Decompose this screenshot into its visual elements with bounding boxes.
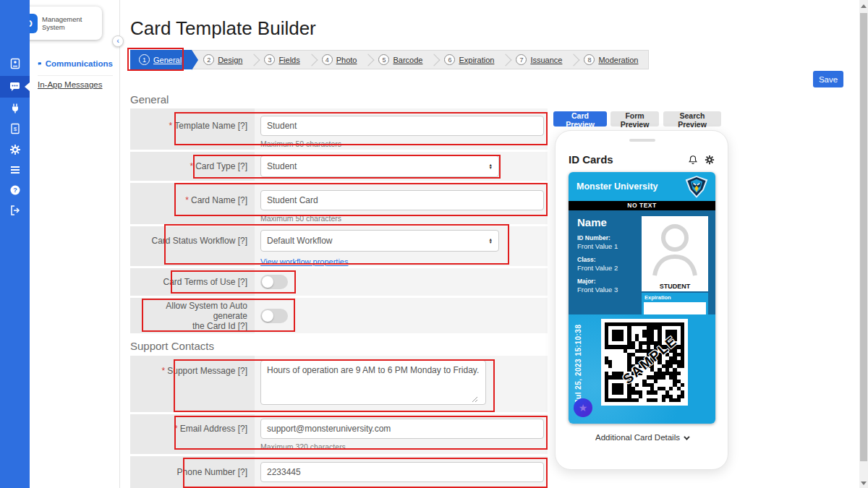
- template-name-label: Template Name [?]: [174, 121, 247, 150]
- star-badge-icon: ★: [574, 398, 592, 417]
- speech-bubble-icon: [38, 60, 42, 68]
- step-photo[interactable]: 4Photo: [310, 50, 367, 69]
- university-name: Monster University: [576, 181, 684, 192]
- phone-preview-frame: ID Cards Monster University: [555, 130, 728, 470]
- svg-text:$: $: [13, 126, 17, 132]
- form-row-support-message: *Support Message [?] Hours of operation …: [130, 356, 548, 412]
- step-general[interactable]: 1General: [130, 50, 192, 69]
- phone-number-input[interactable]: [260, 462, 544, 482]
- support-message-label: Support Message [?]: [167, 366, 247, 412]
- card-banner-text: NO TEXT: [569, 201, 715, 210]
- form-row-template-name: *Template Name [?] Maximum 50 characters: [130, 108, 548, 150]
- settings-gear-icon[interactable]: [705, 155, 715, 165]
- page-title: Card Template Builder: [130, 17, 316, 40]
- vertical-scrollbar: [859, 0, 868, 488]
- card-name-input[interactable]: [260, 190, 544, 210]
- icon-rail: $ ?: [0, 0, 30, 488]
- secondary-sidebar: iD Management System Communications In-A…: [30, 0, 120, 488]
- expiration-box: Expiration: [642, 293, 708, 317]
- view-workflow-properties-link[interactable]: View workflow properties: [260, 257, 348, 266]
- phone-handle: [629, 139, 655, 142]
- email-address-label: Email Address [?]: [180, 424, 247, 454]
- tab-search-preview[interactable]: Search Preview: [663, 111, 721, 127]
- email-address-input[interactable]: [260, 419, 544, 439]
- gear-icon[interactable]: [0, 139, 30, 160]
- form-row-card-name: *Card Name [?] Maximum 50 characters: [130, 183, 548, 224]
- logo-text-line2: System: [42, 23, 82, 31]
- id-badge-icon[interactable]: [0, 53, 30, 74]
- textarea-resize-handle[interactable]: [472, 396, 478, 403]
- main-content: Card Template Builder 1General 2Design 3…: [120, 0, 859, 488]
- plug-icon[interactable]: [0, 98, 30, 119]
- bell-icon[interactable]: [688, 155, 698, 165]
- sidebar-collapse-button[interactable]: ‹: [112, 35, 124, 47]
- form-row-email-address: *Email Address [?] Maximum 320 character…: [130, 414, 548, 454]
- form-row-phone-number: Phone Number [?]: [130, 456, 548, 488]
- scroll-up-arrow[interactable]: [861, 4, 867, 8]
- avatar-placeholder-icon: [649, 216, 701, 277]
- chat-icon[interactable]: [0, 76, 30, 98]
- sidebar-item-in-app-messages[interactable]: In-App Messages: [38, 80, 103, 89]
- logout-icon[interactable]: [0, 200, 30, 221]
- svg-text:?: ?: [13, 187, 17, 194]
- card-name-label: Card Name [?]: [191, 195, 247, 224]
- auto-generate-toggle[interactable]: [260, 309, 288, 323]
- logo-text-line1: Management: [42, 15, 82, 23]
- section-heading-general: General: [130, 93, 169, 106]
- email-address-helper: Maximum 320 characters: [260, 442, 548, 451]
- step-moderation[interactable]: 8Moderation: [572, 50, 649, 69]
- chevron-down-icon: [684, 434, 689, 440]
- card-terms-label: Card Terms of Use [?]: [163, 277, 247, 287]
- scrollbar-thumb[interactable]: [860, 13, 867, 461]
- billing-icon[interactable]: $: [0, 118, 30, 140]
- qr-section: Jul 25, 2023 15:10:38 SAMPLE ★: [569, 314, 715, 424]
- card-type-label: Card Type [?]: [195, 161, 247, 181]
- card-type-select[interactable]: Student ▲▼: [260, 155, 499, 177]
- card-terms-toggle[interactable]: [260, 275, 288, 289]
- form-row-card-type: *Card Type [?] Student ▲▼: [130, 152, 548, 181]
- form-row-card-status-workflow: Card Status Workflow [?] Default Workflo…: [130, 226, 548, 266]
- card-template-builder-app: $ ? iD Management System Communications: [0, 0, 868, 488]
- select-arrows-icon: ▲▼: [489, 238, 493, 244]
- form-row-auto-generate: Allow System to Auto generate the Card I…: [130, 298, 548, 333]
- form-row-card-terms: Card Terms of Use [?]: [130, 268, 548, 296]
- mascot-logo-icon: [684, 175, 710, 199]
- tab-card-preview[interactable]: Card Preview: [553, 111, 607, 127]
- card-photo-column: STUDENT Expiration: [642, 215, 708, 317]
- auto-generate-label-line2: the Card Id [?]: [192, 321, 247, 331]
- wizard-stepper: 1General 2Design 3Fields 4Photo 5Barcode…: [130, 50, 649, 69]
- step-barcode[interactable]: 5Barcode: [367, 50, 433, 69]
- template-name-input[interactable]: [260, 116, 544, 136]
- template-name-helper: Maximum 50 characters: [260, 140, 548, 148]
- nav-section-label: Communications: [46, 59, 113, 68]
- tab-form-preview[interactable]: Form Preview: [610, 111, 659, 127]
- card-timestamp: Jul 25, 2023 15:10:38: [574, 320, 582, 403]
- id-card-preview: Monster University NO TEXT Name ID Numbe…: [569, 172, 715, 424]
- phone-title: ID Cards: [569, 153, 681, 166]
- qr-code: SAMPLE: [601, 319, 688, 406]
- nav-section-communications[interactable]: Communications: [38, 59, 113, 76]
- card-status-workflow-label: Card Status Workflow [?]: [152, 236, 248, 266]
- card-name-helper: Maximum 50 characters: [260, 214, 548, 223]
- photo-caption: STUDENT: [642, 283, 708, 290]
- support-message-textarea[interactable]: Hours of operation are 9 AM to 6 PM Mond…: [260, 360, 486, 405]
- list-icon[interactable]: [0, 159, 30, 181]
- phone-number-label: Phone Number [?]: [177, 467, 247, 488]
- section-heading-support-contacts: Support Contacts: [130, 340, 214, 352]
- scroll-down-arrow[interactable]: [861, 481, 867, 485]
- additional-card-details-toggle[interactable]: Additional Card Details: [556, 433, 728, 442]
- step-expiration[interactable]: 6Expiration: [433, 50, 504, 69]
- step-issuance[interactable]: 7Issuance: [504, 50, 572, 69]
- auto-generate-label-line1: Allow System to Auto generate: [130, 301, 247, 321]
- select-arrows-icon: ▲▼: [489, 163, 493, 170]
- step-design[interactable]: 2Design: [192, 50, 252, 69]
- card-status-workflow-select[interactable]: Default Workflow ▲▼: [260, 230, 499, 252]
- help-icon[interactable]: ?: [0, 179, 30, 201]
- step-fields[interactable]: 3Fields: [252, 50, 310, 69]
- save-button[interactable]: Save: [813, 71, 843, 87]
